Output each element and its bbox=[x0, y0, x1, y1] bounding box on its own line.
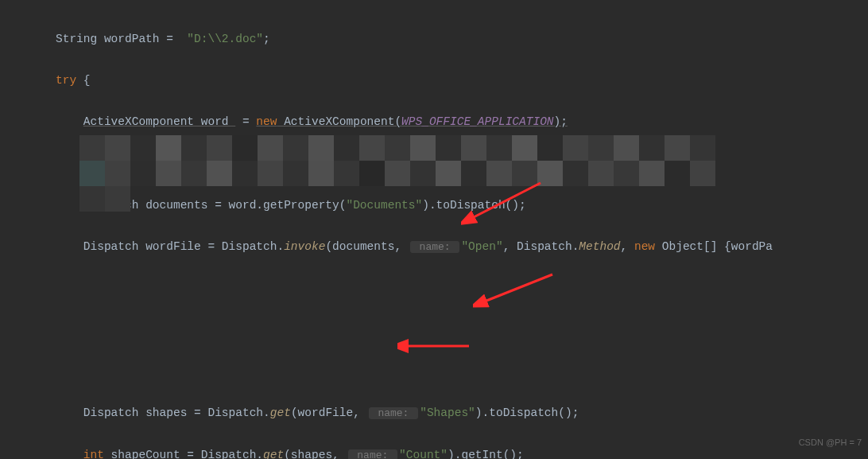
watermark: CSDN @PH = 7 bbox=[799, 432, 862, 453]
param-hint: name: bbox=[348, 449, 398, 459]
code-editor[interactable]: String wordPath = "D:\\2.doc"; try { Act… bbox=[0, 0, 868, 459]
censored-region bbox=[79, 135, 739, 191]
code-line: Dispatch shapes = Dispatch.get(wordFile,… bbox=[0, 403, 868, 424]
code-line: String wordPath = "D:\\2.doc"; bbox=[0, 29, 868, 49]
param-hint: name: bbox=[410, 241, 460, 253]
param-hint: name: bbox=[369, 407, 419, 419]
code-line: ActiveXComponent word = new ActiveXCompo… bbox=[0, 111, 868, 132]
code-line: Dispatch wordFile = Dispatch.invoke(docu… bbox=[0, 236, 868, 258]
code-line: try { bbox=[0, 70, 868, 91]
code-line: int shapeCount = Dispatch.get(shapes, na… bbox=[0, 445, 868, 459]
